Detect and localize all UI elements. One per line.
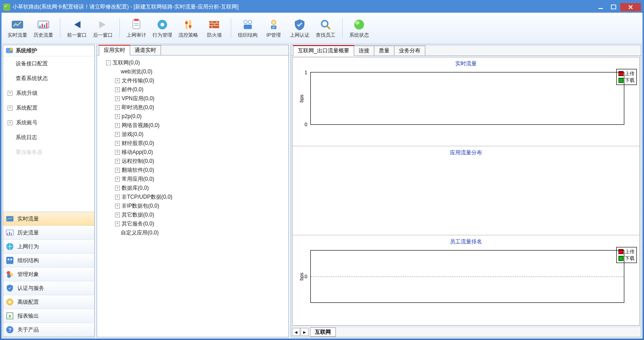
right-tab-0[interactable]: 互联网_出口流量概要 [293,46,354,55]
svg-text:X: X [8,314,11,319]
tree-node[interactable]: +VPN应用(0,0) [99,94,287,103]
right-tab-1[interactable]: 连接 [354,46,374,55]
tab-scroll-left[interactable]: ◄ [292,328,300,336]
tree-node[interactable]: +财经股票(0,0) [99,139,287,148]
category-2[interactable]: 上网行为 [3,240,94,254]
tree-node[interactable]: +其它服务(0,0) [99,219,287,228]
tree-node[interactable]: -互联网(0,0) [99,58,287,67]
expand-icon[interactable]: + [115,168,120,173]
toolbar-history-traffic-button[interactable]: 历史流量 [32,16,55,40]
left-item[interactable]: +系统账号 [3,115,94,130]
toolbar-ip-mgmt-button[interactable]: IPIP管理 [263,16,285,40]
expand-icon[interactable]: + [115,123,120,128]
category-8[interactable]: ?关于产品 [3,323,94,337]
category-7[interactable]: X报表输出 [3,309,94,323]
toolbar-auth-button[interactable]: 上网认证 [288,16,311,40]
close-button[interactable] [620,3,641,11]
tree-node[interactable]: +游戏(0,0) [99,130,287,139]
tree-node[interactable]: +远程控制(0,0) [99,157,287,166]
expand-icon[interactable]: + [115,87,120,92]
expand-icon[interactable]: + [115,78,120,83]
left-item[interactable]: +系统配置 [3,101,94,115]
left-item[interactable]: 重连服务器 [3,145,94,160]
toolbar-flowcontrol-button[interactable]: 流控策略 [177,16,199,40]
tree-node[interactable]: 自定义应用(0,0) [99,228,287,237]
expand-icon[interactable]: + [115,195,120,200]
about-icon: ? [6,326,14,334]
tree-node[interactable]: +文件传输(0,0) [99,76,287,85]
tree-node[interactable]: +邮件(0,0) [99,85,287,94]
left-item[interactable]: 系统日志 [3,130,94,145]
mid-tab-1[interactable]: 通道实时 [130,45,161,55]
auth-icon [293,18,306,31]
maximize-button[interactable] [607,3,620,11]
toolbar-find-user-button[interactable]: 查找员工 [314,16,337,40]
left-item[interactable]: 查看系统状态 [3,71,94,86]
category-4[interactable]: 管理对象 [3,268,94,281]
category-6[interactable]: 高级配置 [3,295,94,309]
expand-icon[interactable]: + [115,159,120,164]
expand-icon[interactable]: + [115,204,120,208]
tree-node[interactable]: +非IP数据包(0,0) [99,201,287,210]
svg-point-24 [354,20,364,30]
left-item[interactable]: 设备接口配置 [3,56,94,71]
tree-node[interactable]: +即时消息(0,0) [99,103,287,112]
svg-point-18 [248,20,252,24]
category-0[interactable]: 实时流量 [3,212,94,226]
manage-objects-icon [6,270,14,278]
collapse-icon[interactable]: - [106,60,111,65]
app-tree: -互联网(0,0)web浏览(0,0)+文件传输(0,0)+邮件(0,0)+VP… [97,55,288,337]
maintenance-icon [6,47,13,54]
toolbar-realtime-traffic-button[interactable]: 实时流量 [6,16,29,40]
category-3[interactable]: 组织结构 [3,254,94,268]
expand-icon: + [8,120,13,125]
toolbar-next-window-button[interactable]: 后一窗口 [92,16,114,40]
toolbar-status-button[interactable]: 系统状态 [348,16,370,40]
mid-tab-0[interactable]: 应用实时 [99,45,130,55]
tree-node[interactable]: +常用应用(0,0) [99,174,287,183]
expand-icon[interactable]: + [115,177,120,182]
minimize-button[interactable] [594,3,607,11]
window-titlebar: 小草软路由(系统网卡配置错误！请立即修改配置) - [新建互联网链路-实时流量-… [1,1,643,13]
panel-app-dist: 应用流量分布 [292,146,640,235]
tree-node[interactable]: +网络音视频(0,0) [99,121,287,130]
toolbar-behavior-button[interactable]: 行为管理 [151,16,174,40]
expand-icon[interactable]: + [115,132,120,137]
toolbar-audit-button[interactable]: 上网审计 [125,16,148,40]
expand-icon[interactable]: + [115,150,120,155]
tree-node[interactable]: +移动App(0,0) [99,148,287,157]
tree-node[interactable]: +翻墙软件(0,0) [99,166,287,174]
chart-user-rank: 0 bps [310,250,624,303]
toolbar-prev-window-button[interactable]: 前一窗口 [66,16,88,40]
expand-icon[interactable]: + [115,105,120,110]
expand-icon[interactable]: + [115,114,120,119]
bottom-tab[interactable]: 互联网 [310,327,336,337]
right-tab-2[interactable]: 质量 [374,46,394,55]
tree-node[interactable]: web浏览(0,0) [99,67,287,76]
realtime-traffic-icon [6,215,14,223]
expand-icon[interactable]: + [115,186,120,191]
category-5[interactable]: 认证与服务 [3,281,94,295]
panel-user-rank: 员工流量排名 上传 下载 0 bps [292,235,640,324]
svg-rect-19 [244,25,252,29]
orgchart-icon [6,256,14,264]
expand-icon[interactable]: + [115,221,120,226]
tree-node[interactable]: +非TCP/UDP数据(0,0) [99,192,287,201]
expand-icon[interactable]: + [115,96,120,101]
expand-icon[interactable]: + [115,141,120,146]
tree-node[interactable]: +p2p(0,0) [99,112,287,121]
find-user-icon [319,18,332,31]
advanced-config-icon [6,298,14,306]
left-item[interactable]: +系统升级 [3,86,94,101]
toolbar-firewall-button[interactable]: 防火墙 [203,16,225,40]
tree-node[interactable]: +其它数据(0,0) [99,210,287,219]
tab-scroll-right[interactable]: ► [301,328,309,336]
expand-icon[interactable]: + [115,212,120,217]
svg-point-15 [189,25,191,28]
category-1[interactable]: 历史流量 [3,226,94,240]
history-traffic-icon [6,229,14,237]
svg-point-35 [8,259,9,260]
right-tab-3[interactable]: 业务分布 [394,46,425,55]
toolbar-orgchart-button[interactable]: 组织结构 [237,16,259,40]
tree-node[interactable]: +数据库(0,0) [99,183,287,192]
